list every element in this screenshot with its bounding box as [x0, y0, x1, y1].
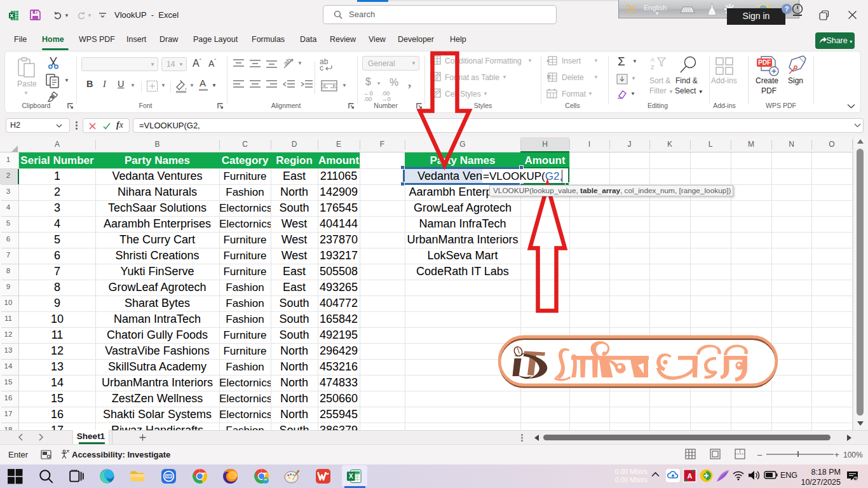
svg-text:3: 3 [855, 477, 857, 481]
svg-text:A: A [688, 472, 693, 480]
svg-text:Z: Z [651, 64, 654, 71]
svg-text:ab: ab [282, 57, 293, 67]
svg-text:X: X [349, 472, 353, 480]
svg-text:A: A [651, 57, 654, 63]
svg-text:PDF: PDF [758, 59, 771, 66]
svg-text:?: ? [785, 5, 789, 13]
